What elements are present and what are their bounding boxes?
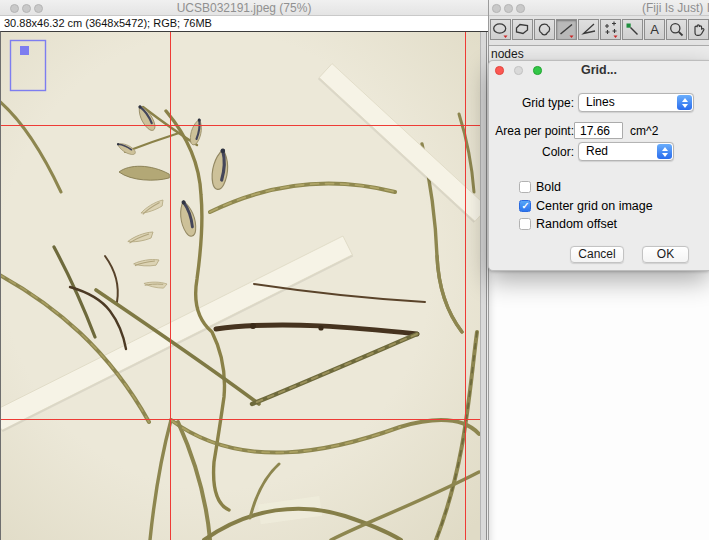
freehand-selection-tool[interactable]	[534, 19, 555, 40]
line-tool[interactable]	[556, 19, 577, 40]
checkbox-0[interactable]	[519, 181, 531, 193]
image-window: UCSB032191.jpeg (75%) 30.88x46.32 cm (36…	[0, 0, 488, 540]
area-per-point-input[interactable]	[574, 122, 623, 139]
area-unit-label: cm^2	[630, 124, 658, 138]
zoom-tool[interactable]	[666, 19, 687, 40]
hand-tool[interactable]	[688, 19, 709, 40]
ok-button[interactable]: OK	[642, 246, 689, 263]
angle-tool[interactable]	[578, 19, 599, 40]
area-per-point-label: Area per point:	[489, 124, 574, 138]
fiji-toolbar: A	[489, 16, 709, 46]
point-tool[interactable]	[600, 19, 621, 40]
checkbox-1[interactable]	[519, 200, 531, 212]
wand-tool[interactable]	[622, 19, 643, 40]
image-window-titlebar[interactable]: UCSB032191.jpeg (75%)	[0, 0, 488, 16]
image-info-bar: 30.88x46.32 cm (3648x5472); RGB; 76MB	[0, 16, 488, 31]
fiji-window-title: (Fiji Is Just) Im	[642, 1, 709, 15]
minimize-button[interactable]	[504, 4, 513, 13]
grid-type-dropdown[interactable]: Lines	[578, 93, 694, 112]
grid-dialog-titlebar[interactable]: Grid...	[489, 61, 709, 78]
random-offset-checkbox-label: Random offset	[536, 217, 617, 231]
checkbox-2[interactable]	[519, 218, 531, 230]
svg-text:A: A	[650, 22, 659, 37]
specimen-image	[1, 32, 480, 540]
color-dropdown[interactable]: Red	[578, 142, 674, 161]
color-label: Color:	[489, 145, 574, 159]
color-value: Red	[586, 144, 608, 158]
text-tool[interactable]: A	[644, 19, 665, 40]
image-window-title: UCSB032191.jpeg (75%)	[0, 1, 488, 15]
fiji-titlebar[interactable]: (Fiji Is Just) Im	[489, 0, 709, 16]
grid-dialog: Grid... Grid type: Lines Area per point:…	[488, 60, 709, 271]
polygon-selection-tool[interactable]	[512, 19, 533, 40]
bold-checkbox-label: Bold	[536, 180, 561, 194]
zoom-window-button[interactable]	[516, 4, 525, 13]
cancel-button[interactable]: Cancel	[570, 246, 624, 263]
grid-type-value: Lines	[586, 95, 615, 109]
grid-dialog-title: Grid...	[489, 63, 709, 77]
window-right-border	[480, 32, 487, 540]
chevron-updown-icon	[677, 95, 692, 110]
oval-selection-tool[interactable]	[490, 19, 511, 40]
chevron-updown-icon	[657, 144, 672, 159]
close-button[interactable]	[492, 4, 501, 13]
center-grid-checkbox-label: Center grid on image	[536, 199, 653, 213]
image-canvas[interactable]	[0, 31, 488, 540]
grid-type-label: Grid type:	[489, 96, 574, 110]
